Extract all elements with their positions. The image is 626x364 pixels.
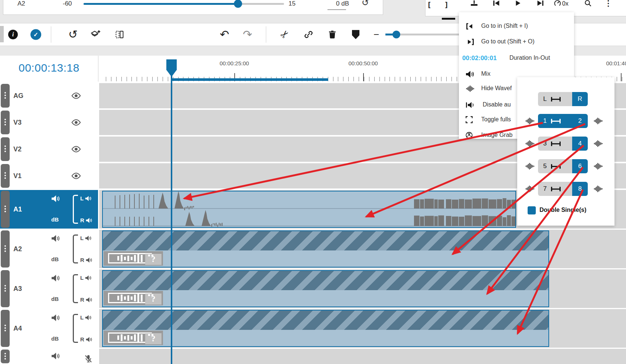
track-drag-handle[interactable] (1, 84, 10, 108)
visibility-eye-icon[interactable] (71, 92, 82, 99)
db-label[interactable]: dB (51, 296, 59, 302)
track-drag-handle[interactable] (1, 230, 10, 268)
track-drag-handle[interactable] (1, 310, 10, 347)
right-channel[interactable]: R (80, 257, 92, 263)
play-icon[interactable] (516, 0, 521, 6)
previous-frame-icon[interactable] (493, 0, 499, 6)
speaker-icon (86, 258, 92, 263)
playhead-marker[interactable] (166, 59, 177, 77)
track-header: A1 dB L R (0, 190, 98, 229)
track-drag-handle[interactable] (1, 350, 10, 363)
waveform-icon (525, 140, 535, 148)
volume-slider-knob[interactable] (234, 0, 242, 8)
right-channel[interactable]: R (80, 296, 92, 303)
image-grab-icon (466, 132, 473, 139)
stereo-bracket (73, 235, 78, 263)
track-lane[interactable] (99, 349, 626, 364)
question-mark: ? (145, 334, 162, 344)
left-channel[interactable]: L (80, 195, 92, 201)
timeline-zoom-knob[interactable] (392, 31, 400, 39)
speaker-icon[interactable] (51, 352, 60, 360)
channel-row-78: 7 8 (517, 182, 614, 196)
left-channel[interactable]: L (80, 235, 92, 241)
track-header: A2 dB L R (0, 230, 98, 268)
waveform-icon (466, 85, 475, 92)
swap-resize-icon (551, 164, 561, 169)
speaker-icon[interactable] (51, 275, 60, 282)
duration-timecode: 00:02:00:01 (462, 55, 497, 62)
track-label: A3 (13, 285, 22, 293)
audio-lane: ? (103, 330, 548, 346)
channel-row-56: 5 6 (517, 159, 614, 173)
current-timecode: 00:00:13:18 (0, 62, 98, 74)
track-drag-handle[interactable] (1, 270, 10, 307)
mark-out-button[interactable]: ] (445, 0, 447, 9)
db-label[interactable]: dB (51, 256, 59, 262)
question-mark: ? (145, 294, 162, 304)
marker-shield-icon[interactable] (352, 30, 359, 39)
left-channel[interactable]: L (80, 275, 92, 281)
swap-resize-icon (551, 119, 561, 124)
playhead-line[interactable] (171, 76, 172, 364)
menu-item-duration-in-out: 00:02:00:01 Duration In-Out (459, 52, 574, 65)
cut-scissors-icon[interactable]: ✂ (278, 28, 291, 41)
clip-a1-audio[interactable] (102, 191, 516, 228)
channel-pill-34[interactable]: 3 4 (538, 137, 588, 151)
clip-a4-audio[interactable]: ? (102, 310, 549, 347)
speaker-icon (85, 315, 92, 320)
channel-pill-78[interactable]: 7 8 (538, 182, 588, 196)
menu-item-go-to-out[interactable]: Go to out (Shift + O) (459, 36, 574, 49)
right-channel[interactable]: R (80, 217, 92, 223)
track-volume-popup: A2 -60 15 0 dB ↺ (3, 0, 383, 15)
double-single-checkbox[interactable] (528, 206, 536, 214)
volume-value-underline (327, 9, 346, 10)
next-frame-icon[interactable] (537, 0, 544, 6)
channel-pill-12[interactable]: 1 2 (538, 114, 588, 128)
visibility-eye-icon[interactable] (71, 173, 82, 180)
menu-item-go-to-in[interactable]: Go to in (Shift + I) (459, 20, 574, 33)
track-drag-handle[interactable] (1, 191, 10, 228)
speaker-icon[interactable] (51, 235, 60, 242)
delete-trash-icon[interactable] (329, 30, 336, 39)
left-channel[interactable]: L (80, 314, 92, 321)
db-label[interactable]: dB (51, 335, 59, 342)
visibility-eye-icon[interactable] (71, 146, 82, 153)
track-drag-handle[interactable] (1, 111, 10, 134)
swap-resize-icon (551, 187, 561, 191)
track-drag-handle[interactable] (1, 137, 10, 161)
add-layer-icon[interactable] (91, 30, 101, 39)
info-icon[interactable]: i (8, 30, 18, 39)
split-page-icon[interactable] (115, 31, 124, 39)
visibility-eye-icon[interactable] (71, 119, 82, 126)
clip-a2-audio[interactable]: ? (102, 230, 549, 268)
add-marker-icon[interactable] (470, 0, 478, 7)
unknown-waveform-icon: ? (104, 291, 163, 305)
mic-muted-icon[interactable] (85, 355, 92, 363)
more-options-icon[interactable]: ⋮ (604, 0, 612, 8)
hatched-lane (103, 271, 548, 290)
track-header: A4 dB L R (0, 309, 98, 348)
channel-pill-LR[interactable]: L R (538, 92, 588, 106)
channel-pill-56[interactable]: 5 6 (538, 159, 588, 173)
zoom-out-minus-icon[interactable]: − (374, 30, 379, 39)
speaker-icon[interactable] (51, 195, 60, 202)
clip-a3-audio[interactable]: ? (102, 270, 549, 307)
track-label: V3 (13, 119, 22, 127)
undo-icon[interactable]: ↶ (220, 29, 229, 40)
zoom-search-icon[interactable] (584, 0, 591, 7)
track-row-a4: ? A4 dB L R (0, 309, 626, 348)
db-label[interactable]: dB (51, 216, 59, 223)
speaker-icon[interactable] (51, 314, 60, 321)
window-resize-dash[interactable] (442, 18, 455, 20)
volume-reset-icon[interactable]: ↺ (362, 0, 369, 7)
volume-value-label: 0 dB (336, 0, 349, 7)
confirm-check-icon[interactable]: ✓ (30, 29, 41, 40)
right-channel[interactable]: R (80, 336, 92, 342)
link-clips-icon[interactable] (304, 30, 313, 39)
track-drag-handle[interactable] (1, 164, 10, 188)
rotate-reset-icon[interactable]: ↺ (68, 29, 78, 40)
hatched-lane (103, 311, 548, 330)
mark-in-button[interactable]: [ (428, 0, 430, 9)
redo-icon[interactable]: ↷ (243, 29, 252, 40)
speaker-icon (85, 275, 92, 281)
